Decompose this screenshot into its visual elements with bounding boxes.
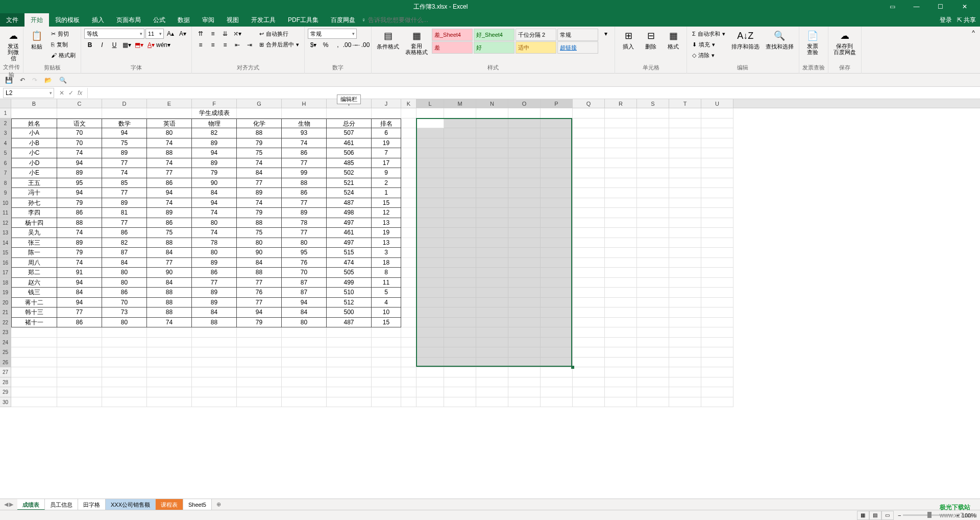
cell[interactable]: 2	[372, 178, 401, 188]
cell[interactable]	[476, 338, 508, 348]
cell[interactable]	[541, 238, 573, 248]
cell[interactable]	[573, 168, 605, 178]
tab-home[interactable]: 开始	[24, 13, 49, 27]
sheet-tab-4[interactable]: XXX公司销售额	[106, 499, 156, 510]
cell[interactable]	[605, 308, 637, 318]
cell[interactable]	[401, 278, 416, 288]
cell[interactable]	[372, 108, 401, 119]
cell[interactable]	[605, 367, 637, 377]
cell[interactable]	[416, 308, 444, 318]
cell[interactable]: 76	[237, 288, 282, 298]
cell[interactable]: 497	[327, 238, 372, 248]
row-header-28[interactable]: 28	[0, 377, 11, 388]
find-select-button[interactable]: 🔍查找和选择	[764, 29, 796, 52]
tab-formula[interactable]: 公式	[147, 13, 172, 27]
cell[interactable]	[701, 188, 733, 198]
cell[interactable]	[102, 327, 147, 338]
cell[interactable]: 89	[57, 238, 102, 248]
row-header-15[interactable]: 15	[0, 248, 11, 258]
cell[interactable]	[327, 108, 372, 119]
cell[interactable]	[192, 338, 237, 348]
row-header-10[interactable]: 10	[0, 198, 11, 208]
cell[interactable]	[701, 387, 733, 397]
cell[interactable]: 75	[147, 228, 192, 238]
cell[interactable]	[508, 258, 541, 268]
cell[interactable]	[102, 367, 147, 377]
tab-layout[interactable]: 页面布局	[110, 13, 147, 27]
cell[interactable]: 78	[282, 218, 327, 228]
formula-bar[interactable]	[87, 88, 980, 98]
grid-area[interactable]: BCDEFGHIJKLMNOPQRSTU 1学生成绩表2姓名语文数学英语物理化学…	[0, 99, 980, 416]
cell[interactable]	[192, 377, 237, 388]
cell[interactable]	[605, 198, 637, 208]
cell[interactable]	[192, 347, 237, 358]
cell[interactable]	[401, 327, 416, 338]
cell[interactable]: 74	[147, 198, 192, 208]
cell[interactable]: 82	[192, 128, 237, 138]
cell[interactable]: 19	[372, 228, 401, 238]
add-sheet-button[interactable]: ⊕	[212, 501, 226, 508]
cell[interactable]: 95	[57, 178, 102, 188]
cell[interactable]: 89	[57, 168, 102, 178]
cell[interactable]: 89	[192, 158, 237, 169]
cut-button[interactable]: ✂剪切	[49, 29, 78, 39]
cell[interactable]: 86	[102, 228, 147, 238]
col-header-J[interactable]: J	[372, 99, 401, 108]
col-header-U[interactable]: U	[701, 99, 733, 108]
cell[interactable]: 94	[57, 158, 102, 169]
cell[interactable]	[701, 198, 733, 208]
cell[interactable]	[701, 128, 733, 138]
cell[interactable]	[508, 347, 541, 358]
insert-cells-button[interactable]: ⊞插入	[618, 29, 639, 52]
cell[interactable]: 515	[327, 248, 372, 258]
cell[interactable]	[508, 327, 541, 338]
cell[interactable]: 13	[372, 238, 401, 248]
cell[interactable]: 80	[282, 238, 327, 248]
font-color-button[interactable]: A▾	[145, 40, 157, 50]
cell[interactable]	[637, 288, 669, 298]
cell[interactable]: 89	[192, 288, 237, 298]
cell[interactable]	[147, 327, 192, 338]
cell[interactable]	[637, 158, 669, 169]
cell[interactable]	[401, 198, 416, 208]
cell[interactable]	[508, 268, 541, 278]
cell[interactable]: 70	[282, 268, 327, 278]
cell[interactable]: 74	[147, 138, 192, 149]
cell[interactable]	[401, 108, 416, 119]
cell[interactable]: 11	[372, 278, 401, 288]
col-header-N[interactable]: N	[476, 99, 508, 108]
cell[interactable]	[282, 347, 327, 358]
cell[interactable]	[237, 338, 282, 348]
cell[interactable]	[605, 218, 637, 228]
cell[interactable]: 82	[102, 238, 147, 248]
cell[interactable]: 506	[327, 148, 372, 158]
cell[interactable]	[444, 148, 476, 158]
col-header-S[interactable]: S	[637, 99, 669, 108]
cell[interactable]	[669, 308, 701, 318]
cell[interactable]	[401, 298, 416, 308]
tab-baidu[interactable]: 百度网盘	[325, 13, 361, 27]
cell[interactable]	[11, 358, 57, 368]
cell[interactable]	[701, 338, 733, 348]
cell[interactable]	[444, 208, 476, 218]
cell[interactable]: 94	[282, 298, 327, 308]
align-left-button[interactable]: ≡	[195, 40, 206, 50]
cell[interactable]	[416, 119, 444, 129]
cell[interactable]	[476, 148, 508, 158]
cell[interactable]: 88	[237, 268, 282, 278]
col-header-L[interactable]: L	[416, 99, 444, 108]
align-middle-button[interactable]: ≡	[207, 29, 218, 39]
cell[interactable]: 86	[57, 318, 102, 328]
open-button[interactable]: 📂	[44, 77, 52, 84]
cell[interactable]	[541, 168, 573, 178]
cell[interactable]	[701, 397, 733, 408]
cell[interactable]: 84	[102, 258, 147, 268]
cell[interactable]	[573, 268, 605, 278]
cell[interactable]: 88	[282, 178, 327, 188]
cell[interactable]	[701, 367, 733, 377]
cell[interactable]: 77	[147, 258, 192, 268]
confirm-edit-button[interactable]: ✓	[68, 89, 74, 97]
cell[interactable]	[637, 347, 669, 358]
cell[interactable]	[669, 248, 701, 258]
cell[interactable]	[508, 298, 541, 308]
